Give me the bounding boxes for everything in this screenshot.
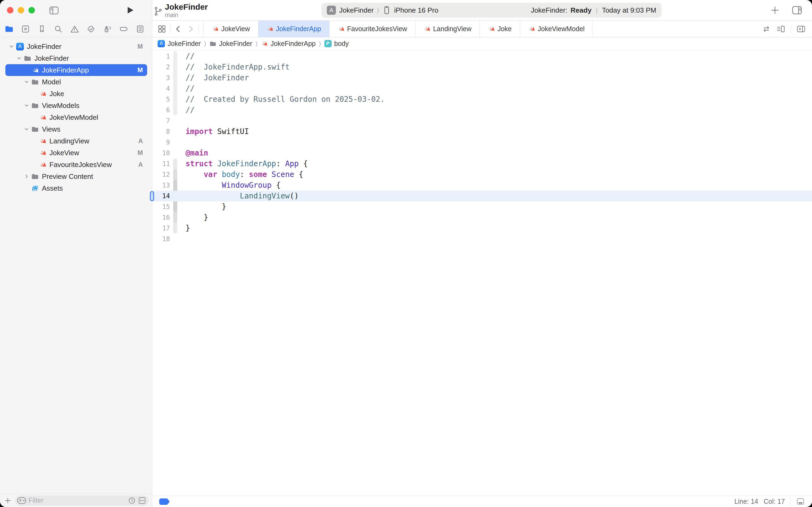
tree-row-landingview[interactable]: LandingViewA	[5, 135, 147, 147]
tree-row-viewmodels[interactable]: ViewModels	[5, 100, 147, 111]
line-number[interactable]: 13	[152, 181, 170, 189]
tree-row-assets[interactable]: Assets	[5, 182, 147, 194]
breakpoint-tag-icon[interactable]	[159, 498, 170, 505]
line-number[interactable]: 18	[152, 235, 170, 243]
code-line[interactable]: 7	[152, 115, 812, 126]
line-number[interactable]: 17	[152, 225, 170, 232]
code-line[interactable]: 16 }	[152, 212, 812, 223]
cursor-col-indicator: Col: 17	[764, 498, 785, 505]
debug-navigator-icon[interactable]	[102, 23, 113, 35]
code-line[interactable]: 6//	[152, 105, 812, 115]
tree-row-views[interactable]: Views	[5, 123, 147, 135]
tree-row-jokeview[interactable]: JokeViewM	[5, 147, 147, 159]
tree-row-joke[interactable]: Joke	[5, 88, 147, 100]
minimize-button[interactable]	[18, 7, 24, 13]
tree-row-favouritejokesview[interactable]: FavouriteJokesViewA	[5, 159, 147, 171]
back-icon[interactable]	[174, 25, 183, 33]
line-number[interactable]: 2	[152, 63, 170, 71]
tree-row-jokeviewmodel[interactable]: JokeViewModel	[5, 111, 147, 123]
code-line[interactable]: 13 WindowGroup {	[152, 180, 812, 191]
code-line[interactable]: 8import SwiftUI	[152, 126, 812, 137]
editor-bottom-bar-icon[interactable]	[796, 498, 805, 506]
line-number[interactable]: 11	[152, 160, 170, 168]
filter-input[interactable]	[28, 497, 126, 504]
code-line[interactable]: 10@main	[152, 148, 812, 158]
breakpoints-navigator-icon[interactable]	[118, 23, 129, 35]
code-line[interactable]: 17}	[152, 223, 812, 234]
line-number[interactable]: 15	[152, 203, 170, 211]
line-number[interactable]: 14	[152, 192, 170, 200]
disclosure-down-icon[interactable]	[15, 54, 23, 62]
scheme-and-status-pill[interactable]: A JokeFinder 〉 iPhone 16 Pro JokeFinder:…	[322, 3, 661, 18]
tree-row-jokefinder[interactable]: AJokeFinderM	[5, 41, 147, 52]
tab-joke[interactable]: Joke	[480, 21, 520, 37]
tab-landingview[interactable]: LandingView	[415, 21, 480, 37]
recent-files-icon[interactable]	[128, 497, 136, 505]
code-line[interactable]: 3// JokeFinder	[152, 72, 812, 83]
code-line[interactable]: 11struct JokeFinderApp: App {	[152, 158, 812, 169]
breadcrumb-item-jokefinder[interactable]: AJokeFinder	[158, 40, 201, 48]
line-number[interactable]: 1	[152, 53, 170, 60]
disclosure-down-icon[interactable]	[22, 125, 31, 133]
code-line[interactable]: 5// Created by Russell Gordon on 2025-03…	[152, 94, 812, 105]
tab-jokefinderapp[interactable]: JokeFinderApp	[258, 21, 330, 37]
breadcrumb-separator: 〉	[319, 40, 321, 48]
tab-jokeview[interactable]: JokeView	[203, 21, 258, 37]
bookmarks-navigator-icon[interactable]	[37, 23, 47, 35]
source-editor[interactable]: 1//2// JokeFinderApp.swift3// JokeFinder…	[152, 50, 812, 496]
disclosure-down-icon[interactable]	[7, 43, 15, 51]
disclosure-right-icon[interactable]	[22, 172, 31, 180]
tree-row-preview-content[interactable]: Preview Content	[5, 171, 147, 182]
code-line[interactable]: 2// JokeFinderApp.swift	[152, 62, 812, 72]
code-line[interactable]: 12 var body: some Scene {	[152, 169, 812, 180]
changes-navigator-icon[interactable]	[20, 23, 31, 35]
line-number[interactable]: 8	[152, 128, 170, 135]
add-editor-icon[interactable]	[797, 24, 806, 34]
tab-jokeviewmodel[interactable]: JokeViewModel	[520, 21, 593, 37]
zoom-button[interactable]	[28, 7, 35, 13]
code-line[interactable]: 18	[152, 234, 812, 244]
line-number[interactable]: 10	[152, 149, 170, 157]
line-number[interactable]: 12	[152, 171, 170, 178]
line-number[interactable]: 5	[152, 96, 170, 103]
disclosure-down-icon[interactable]	[22, 102, 31, 110]
tab-overview-icon[interactable]	[158, 25, 166, 33]
breadcrumb-item-jokefinder[interactable]: JokeFinder	[210, 40, 252, 48]
tab-favouritejokesview[interactable]: FavouriteJokesView	[330, 21, 415, 37]
line-number[interactable]: 7	[152, 117, 170, 125]
tree-row-jokefinder[interactable]: JokeFinder	[5, 52, 147, 64]
toggle-inspector-icon[interactable]	[792, 5, 802, 15]
code-line[interactable]: 14 LandingView()	[152, 191, 812, 202]
reports-navigator-icon[interactable]	[135, 23, 146, 35]
source-control-filter-icon[interactable]	[138, 497, 146, 505]
filter-field[interactable]	[15, 496, 149, 506]
swift-icon	[38, 137, 47, 145]
add-file-button[interactable]	[4, 497, 12, 505]
breadcrumb-item-jokefinderapp[interactable]: JokeFinderApp	[261, 40, 315, 48]
tree-row-jokefinderapp[interactable]: JokeFinderAppM	[5, 64, 147, 76]
minimap-icon[interactable]	[776, 24, 786, 34]
toggle-navigator-icon[interactable]	[49, 5, 59, 15]
add-toolbar-icon[interactable]	[769, 5, 780, 15]
disclosure-down-icon[interactable]	[22, 78, 31, 86]
code-line[interactable]: 4//	[152, 83, 812, 94]
close-button[interactable]	[7, 7, 13, 13]
project-navigator-icon[interactable]	[4, 23, 14, 35]
forward-icon[interactable]	[186, 25, 195, 33]
swap-editor-icon[interactable]	[762, 24, 771, 34]
tree-row-model[interactable]: Model	[5, 76, 147, 88]
issues-navigator-icon[interactable]	[69, 23, 80, 35]
code-line[interactable]: 15 }	[152, 202, 812, 212]
line-number[interactable]: 4	[152, 85, 170, 92]
breadcrumb-item-body[interactable]: Pbody	[325, 40, 349, 48]
line-number[interactable]: 6	[152, 106, 170, 114]
find-navigator-icon[interactable]	[53, 23, 64, 35]
line-number[interactable]: 16	[152, 214, 170, 221]
scheme-selector[interactable]: A JokeFinder 〉 iPhone 16 Pro	[327, 6, 438, 15]
run-button[interactable]	[126, 6, 135, 15]
code-line[interactable]: 1//	[152, 51, 812, 62]
code-line[interactable]: 9	[152, 137, 812, 148]
line-number[interactable]: 9	[152, 138, 170, 146]
tests-navigator-icon[interactable]	[85, 23, 97, 35]
line-number[interactable]: 3	[152, 74, 170, 81]
